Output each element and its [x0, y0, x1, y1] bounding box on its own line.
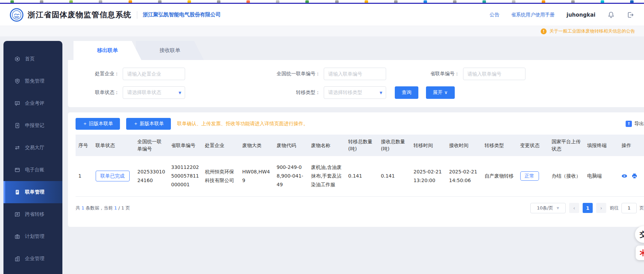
page-size-value: 10条/页	[537, 205, 553, 211]
sidebar-item-exemption[interactable]: 豁免管理	[3, 70, 62, 92]
bookmark-favicon[interactable]	[601, 0, 604, 3]
table-footer: 共 1 条数据，当前 1 / 1 页 10条/页 ▼ ‹ 1	[76, 203, 644, 213]
bookmark-favicon[interactable]	[571, 0, 575, 3]
bookmark-favicon[interactable]	[630, 0, 634, 3]
sidebar-item-cross-province[interactable]: 跨省转移	[3, 203, 62, 225]
sidebar-item-home[interactable]: 首页	[3, 48, 62, 70]
username[interactable]: juhongkai	[567, 12, 595, 18]
change-status-badge[interactable]: 正常	[520, 171, 539, 181]
app-header: 浙江省固体废物监管信息系统 浙江聚弘凯智能电气股份有限公司 公告 省系统用户使用…	[0, 4, 644, 26]
sidebar-item-eledger[interactable]: 电子台账	[3, 159, 62, 181]
bookmark-favicon[interactable]	[512, 0, 515, 3]
chevron-down-icon: ▼	[557, 206, 559, 210]
summary-current-page: 1	[114, 205, 117, 211]
transfer-type-select[interactable]: 请选择转移类型 ▼	[324, 86, 386, 99]
announcement-text[interactable]: 关于一般工业固体废物转移相关信息的公告	[549, 28, 635, 34]
manual-link[interactable]: 省系统用户使用手册	[511, 12, 555, 18]
bookmark-favicon[interactable]	[305, 0, 309, 3]
sidebar-item-assessment[interactable]: 企业考评	[3, 92, 62, 114]
bookmark-favicon[interactable]	[188, 0, 191, 3]
bookmark-favicon[interactable]	[158, 0, 162, 3]
bookmark-favicon[interactable]	[276, 0, 279, 3]
col-terminal: 填报终端	[584, 135, 619, 156]
bookmark-favicon[interactable]	[129, 0, 132, 3]
new-manifest-button[interactable]: ＋ 新版本联单	[126, 118, 171, 130]
search-button[interactable]: 查询	[395, 86, 418, 99]
manifest-status-select[interactable]: 请选择联单状态 ▼	[123, 86, 185, 99]
sidebar-item-label: 计划管理	[25, 233, 44, 240]
cell-waste-name: 废机油,含油废抹布,手套及沾染油工作服	[308, 156, 345, 196]
bookmark-favicon[interactable]	[482, 0, 486, 3]
bookmark-favicon[interactable]	[10, 0, 14, 3]
col-receive-time: 接收时间	[446, 135, 482, 156]
notice-link[interactable]: 公告	[490, 12, 499, 18]
page-title: 浙江省固体废物监管信息系统	[28, 10, 131, 20]
page-size-select[interactable]: 10条/页 ▼	[530, 203, 566, 213]
next-page-button[interactable]: ›	[596, 203, 606, 213]
tabs: 移出联单 接收联单	[68, 41, 644, 60]
col-transfer-qty: 转移总数量(吨)	[346, 135, 378, 156]
sidebar-item-label: 联单管理	[25, 189, 44, 195]
goto-page-input[interactable]	[621, 203, 637, 213]
bookmark-favicon[interactable]	[365, 0, 368, 3]
col-actions: 操作	[619, 135, 644, 156]
manifest-status-placeholder: 请选择联单状态	[127, 89, 161, 96]
table-row: 1 联单已完成 20253301024160 33011220250005781…	[76, 156, 644, 196]
col-waste-category: 废物大类	[240, 135, 274, 156]
announcement-bar: ! 关于一般工业固体废物转移相关信息的公告	[0, 26, 644, 36]
col-upload-status: 国家平台上传状态	[549, 135, 584, 156]
bookmark-favicon[interactable]	[394, 0, 398, 3]
col-national-no: 全国统一联单编号	[134, 135, 168, 156]
logout-icon[interactable]	[627, 11, 634, 19]
summary-divider: / 1	[119, 205, 124, 211]
sidebar-item-trading-hall[interactable]: 交易大厅	[3, 137, 62, 159]
sidebar-item-enterprise[interactable]: 企业管理	[3, 248, 62, 270]
sidebar-item-label: 企业考评	[25, 100, 44, 106]
sidebar-item-plan[interactable]: 计划管理	[3, 225, 62, 248]
national-manifest-no-input[interactable]	[324, 68, 386, 80]
tab-inbound-manifest[interactable]: 接收联单	[136, 41, 204, 60]
bookmark-favicon[interactable]	[40, 0, 43, 3]
ledger-window-icon	[15, 167, 20, 173]
col-transfer-time: 转移时间	[411, 135, 446, 156]
home-icon	[15, 56, 20, 62]
disposal-company-input[interactable]	[123, 68, 185, 80]
prev-page-button[interactable]: ‹	[569, 203, 579, 213]
bookmark-favicon[interactable]	[246, 0, 250, 3]
sidebar-item-manifest[interactable]: 联单管理	[3, 181, 62, 203]
shield-icon	[15, 78, 20, 84]
floating-brand-widget[interactable]	[636, 246, 644, 260]
chevron-down-icon: ▼	[380, 91, 382, 95]
cell-disposal-company: 杭州恒奕环保科技有限公司	[202, 156, 239, 196]
bookmark-favicon[interactable]	[542, 0, 545, 3]
sidebar-item-label: 电子台账	[25, 167, 44, 173]
province-manifest-no-input[interactable]	[463, 68, 525, 80]
expand-button[interactable]: 展开 ∨	[426, 86, 455, 99]
bookmark-favicon[interactable]	[424, 0, 427, 3]
status-badge[interactable]: 联单已完成	[96, 171, 130, 181]
header-divider	[137, 11, 137, 19]
sidebar-item-declaration[interactable]: 申报登记	[3, 114, 62, 137]
system-logo-icon	[10, 8, 24, 22]
bell-icon[interactable]	[607, 11, 615, 19]
print-icon[interactable]	[632, 173, 637, 179]
col-seq: 序号	[76, 135, 93, 156]
bookmark-favicon[interactable]	[453, 0, 456, 3]
export-button[interactable]: ↑ 导出	[626, 121, 644, 127]
table-toolbar: ＋ 旧版本联单 ＋ 新版本联单 联单确认、上传发票、拒收等功能请进入详情页面进行…	[76, 118, 644, 130]
transfer-type-label: 转移类型：	[185, 89, 324, 96]
national-manifest-no-label: 全国统一联单编号：	[185, 71, 324, 77]
old-manifest-button[interactable]: ＋ 旧版本联单	[76, 118, 120, 130]
bookmark-favicon[interactable]	[217, 0, 220, 3]
bookmark-favicon[interactable]	[335, 0, 339, 3]
table-header-row: 序号 联单状态 全国统一联单编号 省联单编号 处置企业 废物大类 废物代码 废物…	[76, 135, 644, 156]
page-1-button[interactable]: 1	[583, 203, 593, 213]
bookmark-favicon[interactable]	[69, 0, 73, 3]
records-summary: 共 1 条数据，当前 1 / 1 页	[76, 205, 130, 211]
bookmark-favicon[interactable]	[99, 0, 102, 3]
chat-icon	[15, 101, 20, 106]
view-eye-icon[interactable]	[621, 173, 627, 179]
disposal-company-label: 处置企业：	[77, 71, 123, 77]
tab-outbound-manifest[interactable]: 移出联单	[73, 41, 141, 60]
col-change-status: 变更状态	[517, 135, 549, 156]
